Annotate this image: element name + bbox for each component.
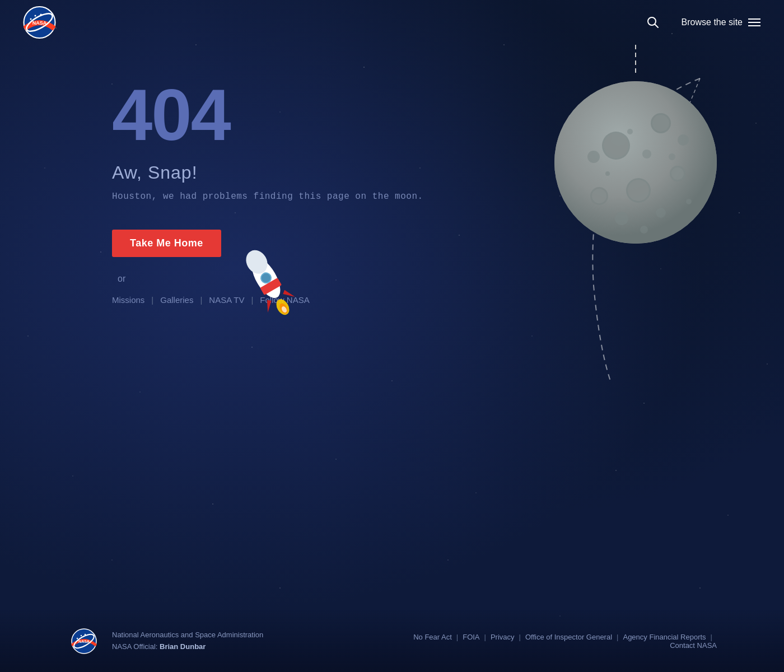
svg-point-49 — [85, 634, 86, 635]
footer-oig-link[interactable]: Office of Inspector General — [525, 633, 612, 641]
nasa-tv-link[interactable]: NASA TV — [209, 295, 244, 305]
quick-nav: Missions | Galleries | NASA TV | Follow … — [112, 295, 784, 305]
galleries-link[interactable]: Galleries — [160, 295, 193, 305]
footer-official-name: Brian Dunbar — [160, 642, 206, 651]
sep-1: | — [151, 295, 153, 305]
footer-nasa-logo: NASA — [67, 627, 101, 655]
footer-sep-1: | — [456, 633, 458, 641]
nasa-logo[interactable]: NASA — [17, 4, 62, 41]
error-code-display: 404 — [112, 78, 784, 151]
browse-site-button[interactable]: Browse the site — [675, 13, 767, 32]
sep-2: | — [200, 295, 202, 305]
footer-links: No Fear Act | FOIA | Privacy | Office of… — [381, 633, 717, 650]
search-icon — [647, 16, 659, 29]
missions-link[interactable]: Missions — [112, 295, 144, 305]
site-footer: NASA National Aeronautics and Space Admi… — [0, 610, 784, 672]
footer-sep-3: | — [519, 633, 521, 641]
error-title: Aw, Snap! — [112, 162, 784, 183]
take-home-button[interactable]: Take Me Home — [112, 230, 221, 257]
footer-foia-link[interactable]: FOIA — [463, 633, 479, 641]
header-nav: Browse the site — [642, 12, 767, 33]
footer-org-name: National Aeronautics and Space Administr… — [112, 629, 263, 641]
error-code: 404 — [112, 78, 784, 151]
svg-point-5 — [40, 14, 41, 16]
svg-marker-39 — [262, 298, 276, 312]
or-separator: or — [112, 274, 784, 284]
main-content: 404 Aw, Snap! Houston, we had problems f… — [0, 45, 784, 437]
svg-text:NASA: NASA — [78, 640, 90, 643]
svg-marker-40 — [282, 287, 295, 301]
footer-contact-link[interactable]: Contact NASA — [670, 641, 717, 650]
site-header: NASA Browse the site — [0, 0, 784, 45]
search-button[interactable] — [642, 12, 664, 33]
svg-line-8 — [655, 25, 658, 28]
footer-official-prefix: NASA Official: — [112, 642, 157, 651]
footer-sep-2: | — [484, 633, 486, 641]
footer-sep-5: | — [711, 633, 712, 641]
footer-privacy-link[interactable]: Privacy — [491, 633, 515, 641]
footer-afr-link[interactable]: Agency Financial Reports — [623, 633, 706, 641]
footer-org-info: National Aeronautics and Space Administr… — [112, 629, 263, 653]
svg-text:NASA: NASA — [32, 20, 46, 26]
footer-official: NASA Official: Brian Dunbar — [112, 641, 263, 653]
footer-sep-4: | — [617, 633, 618, 641]
svg-point-3 — [30, 18, 31, 20]
error-description: Houston, we had problems finding this pa… — [112, 192, 784, 202]
footer-no-fear-link[interactable]: No Fear Act — [413, 633, 452, 641]
browse-site-label: Browse the site — [682, 17, 743, 27]
svg-point-48 — [81, 635, 82, 636]
footer-left: NASA National Aeronautics and Space Admi… — [67, 627, 263, 655]
svg-point-47 — [77, 638, 78, 639]
hamburger-icon — [748, 18, 760, 26]
svg-point-4 — [34, 15, 36, 17]
